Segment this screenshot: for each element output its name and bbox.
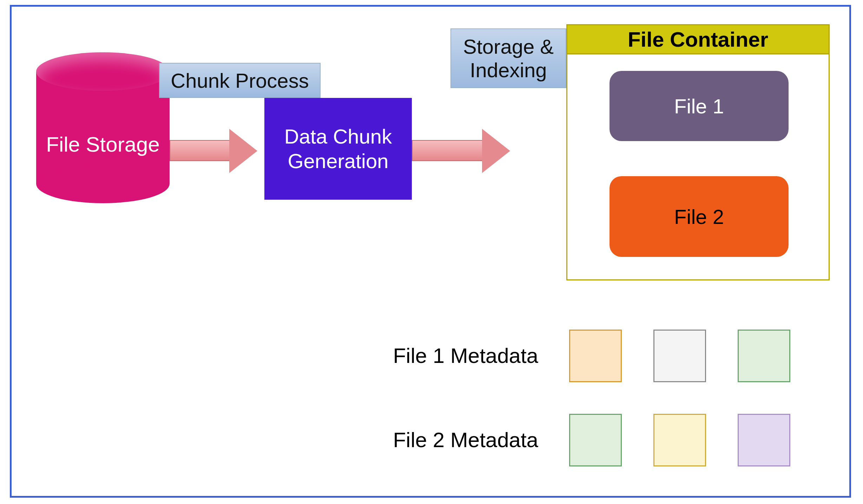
file-2-metadata-swatch-1: [569, 414, 622, 466]
arrow-head-icon: [229, 129, 257, 173]
chunk-process-text: Chunk Process: [171, 69, 309, 92]
data-chunk-generation-box: Data Chunk Generation: [264, 98, 412, 200]
file-1-metadata-swatch-2: [653, 330, 706, 382]
storage-indexing-text: Storage & Indexing: [463, 35, 554, 82]
file-2-tile: File 2: [610, 176, 789, 257]
diagram-frame: File Storage Chunk Process Data Chunk Ge…: [10, 5, 851, 498]
chunk-process-label: Chunk Process: [159, 63, 321, 98]
file-container-title: File Container: [628, 27, 768, 52]
file-2-metadata-swatch-3: [738, 414, 790, 466]
arrow-head-icon: [482, 129, 510, 173]
file-2-metadata-swatch-2: [653, 414, 706, 466]
cylinder-bottom: [36, 165, 170, 203]
arrow-shaft: [170, 140, 229, 161]
file-1-tile: File 1: [610, 71, 789, 141]
file-2-label: File 2: [674, 205, 724, 228]
file-1-metadata-label: File 1 Metadata: [356, 344, 538, 368]
file-container-header: File Container: [567, 25, 829, 54]
cylinder-top: [36, 52, 170, 91]
file-container: File Container File 1 File 2: [566, 24, 830, 280]
arrow-2: [412, 130, 510, 172]
file-1-metadata-swatch-3: [738, 330, 790, 382]
arrow-1: [170, 130, 257, 172]
file-1-label: File 1: [674, 94, 724, 118]
storage-indexing-label: Storage & Indexing: [450, 28, 566, 88]
file-2-metadata-label: File 2 Metadata: [356, 428, 538, 452]
file-storage-label: File Storage: [36, 132, 170, 157]
file-1-metadata-swatch-1: [569, 330, 622, 382]
data-chunk-generation-text: Data Chunk Generation: [284, 124, 392, 173]
arrow-shaft: [412, 140, 482, 161]
file-storage-cylinder: File Storage: [36, 52, 170, 203]
